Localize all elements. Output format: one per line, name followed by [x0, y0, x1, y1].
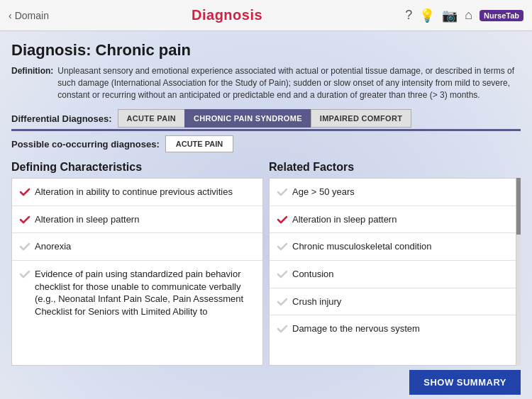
- tab-acute-pain[interactable]: ACUTE PAIN: [118, 109, 184, 128]
- scrollbar-thumb[interactable]: [516, 178, 521, 235]
- main-container: ‹ Domain Diagnosis ? 💡 📷 ⌂ NurseTab Diag…: [0, 0, 532, 399]
- list-item[interactable]: Damage to the nervous system: [270, 315, 516, 342]
- tab-impaired-comfort[interactable]: IMPAIRED COMFORT: [311, 109, 411, 128]
- content-area: Diagnosis: Chronic pain Definition: Unpl…: [0, 31, 532, 399]
- list-item[interactable]: Alteration in ability to continue previo…: [12, 179, 262, 206]
- check-icon: [19, 214, 31, 225]
- check-icon: [277, 323, 288, 335]
- list-item[interactable]: Chronic musculoskeletal condition: [270, 233, 516, 261]
- footer: SHOW SUMMARY: [11, 366, 521, 399]
- definition-row: Definition: Unpleasant sensory and emoti…: [11, 65, 521, 101]
- check-icon: [277, 186, 288, 198]
- right-col-inner: Age > 50 years Alteration in sleep patte…: [269, 178, 521, 366]
- page-title: Diagnosis: Chronic pain: [11, 41, 521, 60]
- bulb-icon[interactable]: 💡: [419, 8, 435, 23]
- header: ‹ Domain Diagnosis ? 💡 📷 ⌂ NurseTab: [0, 0, 532, 31]
- home-icon[interactable]: ⌂: [465, 8, 472, 23]
- list-item[interactable]: Age > 50 years: [270, 179, 516, 206]
- check-icon: [277, 241, 288, 252]
- dc-text: Evidence of pain using standardized pain…: [35, 268, 255, 317]
- list-item[interactable]: Crush injury: [270, 288, 516, 316]
- app-badge: NurseTab: [480, 10, 523, 21]
- header-title: Diagnosis: [192, 7, 262, 23]
- list-item[interactable]: Evidence of pain using standardized pain…: [12, 261, 262, 325]
- rf-text: Alteration in sleep pattern: [292, 213, 397, 226]
- defining-characteristics-col: Defining Characteristics Alteration in a…: [11, 161, 263, 366]
- header-icons: ? 💡 📷 ⌂ NurseTab: [405, 8, 523, 23]
- rf-text: Damage to the nervous system: [292, 322, 420, 335]
- diff-diagnoses-row: Differential Diagnoses: ACUTE PAIN CHRON…: [11, 109, 521, 128]
- dc-text: Alteration in sleep pattern: [35, 213, 139, 226]
- tab-underline: [11, 129, 521, 131]
- cooccur-label: Possible co-occurring diagnoses:: [11, 139, 160, 150]
- definition-label: Definition:: [11, 65, 53, 101]
- check-icon: [19, 241, 31, 252]
- scrollbar-track: [516, 178, 521, 366]
- back-chevron: ‹: [9, 10, 12, 21]
- related-factors-title: Related Factors: [269, 161, 521, 174]
- list-item[interactable]: Contusion: [270, 261, 516, 288]
- check-icon: [19, 269, 31, 280]
- dc-text: Alteration in ability to continue previo…: [35, 186, 233, 198]
- rf-text: Contusion: [292, 268, 334, 281]
- help-icon[interactable]: ?: [405, 8, 412, 23]
- rf-text: Chronic musculoskeletal condition: [292, 240, 432, 253]
- tab-chronic-pain-syndrome[interactable]: CHRONIC PAIN SYNDROME: [184, 109, 311, 128]
- cooccur-acute-pain-btn[interactable]: ACUTE PAIN: [165, 135, 233, 152]
- two-columns: Defining Characteristics Alteration in a…: [11, 161, 521, 366]
- col-divider: [263, 161, 269, 366]
- back-nav[interactable]: ‹ Domain: [9, 10, 49, 21]
- related-factors-list: Age > 50 years Alteration in sleep patte…: [269, 178, 516, 366]
- check-icon: [277, 269, 288, 280]
- defining-char-list: Alteration in ability to continue previo…: [11, 178, 263, 366]
- rf-text: Crush injury: [292, 296, 341, 308]
- list-item[interactable]: Alteration in sleep pattern: [12, 206, 262, 234]
- dc-text: Anorexia: [35, 240, 71, 253]
- check-icon: [19, 186, 31, 198]
- check-icon: [277, 296, 288, 308]
- show-summary-button[interactable]: SHOW SUMMARY: [409, 370, 521, 395]
- back-label[interactable]: Domain: [15, 10, 49, 21]
- check-icon: [277, 214, 288, 225]
- list-item[interactable]: Alteration in sleep pattern: [270, 206, 516, 234]
- cooccur-row: Possible co-occurring diagnoses: ACUTE P…: [11, 135, 521, 152]
- related-factors-col: Related Factors Age > 50 years: [269, 161, 521, 366]
- camera-icon[interactable]: 📷: [442, 8, 458, 23]
- rf-text: Age > 50 years: [292, 186, 355, 198]
- definition-text: Unpleasant sensory and emotional experie…: [57, 65, 521, 101]
- list-item[interactable]: Anorexia: [12, 233, 262, 261]
- defining-char-title: Defining Characteristics: [11, 161, 263, 174]
- diff-label: Differential Diagnoses:: [11, 113, 112, 124]
